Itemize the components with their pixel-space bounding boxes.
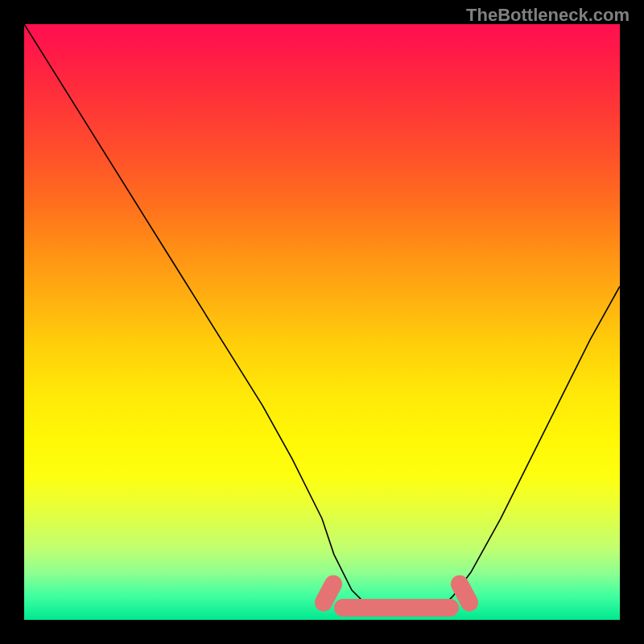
attribution-text: TheBottleneck.com: [466, 5, 630, 26]
bottleneck-curve: [24, 24, 620, 620]
chart-plot-area: [24, 24, 620, 620]
